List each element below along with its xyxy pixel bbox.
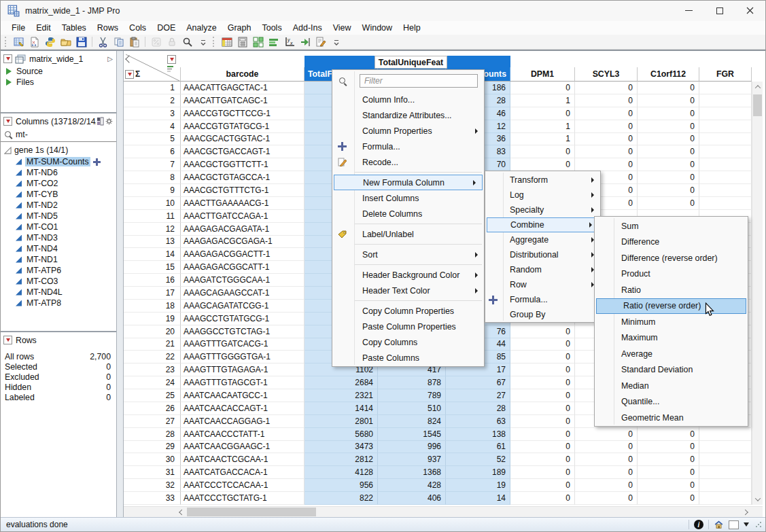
horizontal-scroll-thumb[interactable]	[187, 508, 316, 516]
table-cell[interactable]: 0	[575, 82, 638, 94]
menu-item-new-formula-column[interactable]: New Formula Column	[334, 175, 483, 190]
column-item-mt-nd4[interactable]: MT-ND4	[1, 243, 116, 254]
column-item-mt-co2[interactable]: MT-CO2	[1, 178, 116, 189]
table-cell[interactable]: 0	[510, 158, 575, 171]
rows-stat-selected[interactable]: Selected0	[1, 361, 116, 372]
table-cell[interactable]: 3473	[304, 441, 378, 454]
open-folder-icon[interactable]	[58, 35, 73, 49]
table-cell[interactable]: 0	[510, 376, 575, 389]
python-icon[interactable]	[42, 35, 58, 49]
scroll-left-button[interactable]	[175, 507, 186, 517]
table-cell[interactable]: 2321	[304, 389, 378, 402]
menu-item-formula[interactable]: Formula...	[332, 139, 484, 154]
table-cell[interactable]	[699, 133, 752, 146]
table-cell[interactable]: 406	[378, 492, 446, 505]
row-number[interactable]: 5	[124, 133, 181, 146]
table-cell[interactable]: 0	[638, 145, 699, 158]
table-cell[interactable]: 0	[638, 197, 699, 210]
import-file-icon[interactable]	[27, 35, 42, 49]
table-cell[interactable]: AAACGCTGTAGCCA-1	[181, 171, 304, 184]
maximize-button[interactable]	[704, 1, 735, 20]
table-cell[interactable]: AAAGCAGAAGCCAT-1	[181, 287, 304, 300]
menubar-view[interactable]: View	[328, 23, 357, 33]
table-cell[interactable]: 0	[575, 466, 638, 479]
column-header-c1orf112[interactable]: C1orf112	[638, 67, 699, 82]
table-cell[interactable]: AAACGCACTGGTAC-1	[181, 133, 304, 146]
table-cell[interactable]: 824	[378, 415, 446, 428]
table-cell[interactable]: 5680	[304, 428, 378, 441]
edit-script-icon[interactable]	[313, 35, 328, 49]
align-bars-icon[interactable]	[266, 35, 281, 49]
menu-item-minimum[interactable]: Minimum	[595, 314, 748, 330]
table-cell[interactable]	[699, 441, 752, 454]
table-cell[interactable]: 0	[638, 184, 699, 197]
row-number[interactable]: 21	[124, 338, 181, 351]
column-header-fgr[interactable]: FGR	[699, 67, 752, 82]
menu-item-copy-column-properties[interactable]: Copy Column Properties	[332, 303, 484, 319]
menu-item-header-text-color[interactable]: Header Text Color	[332, 283, 484, 298]
row-number[interactable]: 20	[124, 325, 181, 338]
sort-filter-icon[interactable]	[167, 65, 175, 73]
menubar-help[interactable]: Help	[398, 23, 426, 33]
table-cell[interactable]: 0	[638, 466, 699, 479]
rows-corner-red-triangle[interactable]	[125, 70, 134, 79]
row-number[interactable]: 1	[124, 82, 181, 94]
table-cell[interactable]: AAACGCTGTTTCTG-1	[181, 184, 304, 197]
table-cell[interactable]: 1	[510, 120, 575, 133]
menu-item-recode[interactable]: Recode...	[332, 154, 484, 170]
window-panes-icon[interactable]	[250, 35, 266, 49]
menu-item-combine[interactable]: Combine	[487, 217, 599, 232]
menubar-file[interactable]: File	[6, 23, 31, 33]
table-cell[interactable]: AAATCAACACCAGT-1	[181, 402, 304, 415]
table-cell[interactable]	[699, 466, 752, 479]
table-cell[interactable]: AAACTTGATCCAGA-1	[181, 210, 304, 223]
table-cell[interactable]: 789	[378, 389, 446, 402]
table-cell[interactable]: 28	[446, 402, 510, 415]
menu-item-difference[interactable]: Difference	[595, 234, 748, 251]
table-cell[interactable]: 822	[304, 492, 378, 505]
menubar-graph[interactable]: Graph	[222, 23, 257, 33]
menubar-rows[interactable]: Rows	[92, 23, 124, 33]
paste-icon[interactable]	[126, 35, 142, 49]
table-cell[interactable]: 0	[510, 415, 575, 428]
column-item-mt-nd5[interactable]: MT-ND5	[1, 211, 116, 221]
column-item-mt-nd4l[interactable]: MT-ND4L	[1, 287, 116, 298]
scroll-right-button[interactable]	[741, 507, 752, 517]
row-number[interactable]: 13	[124, 236, 181, 249]
menu-item-header-background-color[interactable]: Header Background Color	[332, 267, 484, 283]
column-item-mt-nd1[interactable]: MT-ND1	[1, 254, 116, 265]
table-cell[interactable]: 189	[446, 466, 510, 479]
row-number[interactable]: 15	[124, 261, 181, 274]
new-table-icon[interactable]	[11, 35, 27, 49]
table-cell[interactable]: 63	[446, 415, 510, 428]
table-cell[interactable]: 0	[638, 492, 699, 505]
menu-item-transform[interactable]: Transform	[485, 173, 600, 188]
minimize-button[interactable]	[674, 1, 704, 20]
table-cell[interactable]: 1	[510, 94, 575, 107]
columns-red-triangle-menu[interactable]	[3, 117, 12, 126]
column-item-mt-cyb[interactable]: MT-CYB	[1, 189, 116, 200]
table-cell[interactable]: 428	[378, 479, 446, 492]
table-cell[interactable]: AAAGATCTGGGCAA-1	[181, 274, 304, 287]
row-number[interactable]: 26	[124, 402, 181, 415]
table-cell[interactable]: 0	[575, 441, 638, 454]
menu-item-standard-deviation[interactable]: Standard Deviation	[595, 362, 748, 378]
table-cell[interactable]: AAACCGTGCTTCCG-1	[181, 107, 304, 120]
table-cell[interactable]: AAAGAGACGGCATT-1	[181, 261, 304, 274]
row-number[interactable]: 30	[124, 453, 181, 466]
menu-item-paste-column-properties[interactable]: Paste Column Properties	[332, 319, 484, 334]
table-cell[interactable]: AAACATTGATCAGC-1	[181, 94, 304, 107]
panel-expand-icon[interactable]: ▷	[107, 55, 113, 63]
menu-item-group-by[interactable]: Group By	[485, 307, 600, 322]
table-cell[interactable]: 0	[575, 107, 638, 120]
column-item-mt-sum-counts[interactable]: MT-SUM-Counts	[1, 156, 116, 167]
table-cell[interactable]: AAATCCCTGCTATG-1	[181, 492, 304, 505]
menu-item-copy-columns[interactable]: Copy Columns	[332, 334, 484, 350]
table-cell[interactable]: AAATCATGACCACA-1	[181, 466, 304, 479]
table-cell[interactable]: 956	[304, 479, 378, 492]
close-button[interactable]	[735, 1, 765, 20]
menu-item-average[interactable]: Average	[595, 346, 748, 362]
table-cell[interactable]: 1414	[304, 402, 378, 415]
row-number[interactable]: 6	[124, 145, 181, 158]
table-cell[interactable]: 2684	[304, 376, 378, 389]
